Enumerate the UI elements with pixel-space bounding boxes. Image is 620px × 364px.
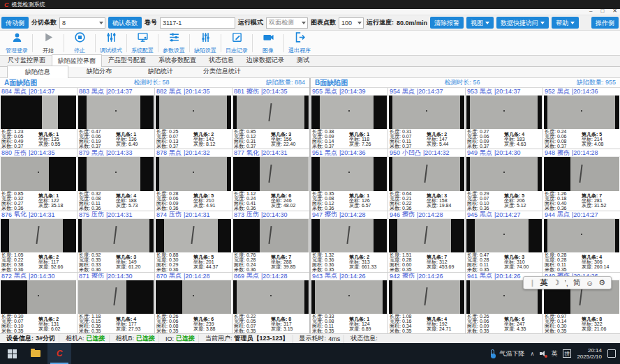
drive-side-button[interactable]: 传动侧 [1,17,29,29]
sub-tab-2[interactable]: 缺陷统计 [130,65,191,77]
chart-points-select[interactable]: 100 [339,17,364,29]
defect-image[interactable] [311,96,387,129]
defect-image[interactable] [466,219,542,252]
ime-tray-icon[interactable]: 拼 [563,349,571,358]
defect-cell[interactable]: 876氧化|20:14:31长度: 1.05宽度: 0.22面积: 0.38米数… [0,211,77,272]
defect-image[interactable] [233,280,309,314]
defect-image[interactable] [466,96,542,129]
defect-cell[interactable]: 953黑点|20:14:37长度: 0.27宽度: 0.06面积: 0.09米数… [466,88,542,149]
defect-cell[interactable]: 884黑点|20:14:37长度: 1.23宽度: 0.05面积: 0.49米数… [0,88,77,149]
quick-access-menu-button[interactable]: 数据快捷访问 [496,17,549,29]
ime-simplified-toggle[interactable]: 简 [573,278,581,288]
defect-cell[interactable]: 869黑点|20:14:28长度: 0.22宽度: 0.05面积: 0.07米数… [232,273,309,333]
defect-cell[interactable]: 873压伤|20:14:30长度: 0.76宽度: 0.28面积: 0.24米数… [232,211,309,272]
defect-cell[interactable]: 954黑点|20:14:37长度: 0.31宽度: 0.07面积: 0.11米数… [388,88,465,149]
operator-side-button[interactable]: 操作侧 [591,17,619,29]
weather-text[interactable]: 气温下降 [500,349,525,358]
defect-image[interactable] [233,157,309,190]
defect-cell[interactable]: 945黑点|20:14:27长度: 0.47宽度: 0.28面积: 0.11米数… [466,211,542,272]
taskbar-clock[interactable]: 20:14 2025/2/10 [577,347,602,360]
speaker-icon[interactable] [540,351,545,356]
defect-cell[interactable]: 943黑点|20:14:26长度: 0.33宽度: 0.08面积: 0.11米数… [311,273,388,333]
sub-tab-3[interactable]: 分类信息统计 [191,65,253,77]
notification-center-icon[interactable] [607,349,616,358]
roll-number-input[interactable]: 3117-1 [160,17,235,29]
defect-image[interactable] [156,96,231,129]
defect-image[interactable] [311,219,387,252]
defect-cell[interactable]: 951黑点|20:14:36长度: 0.35宽度: 0.08面积: 0.12米数… [311,149,388,210]
action-vsliders-button[interactable]: 缺陷设置 [190,31,221,54]
defect-image[interactable] [389,219,464,252]
defect-cell[interactable]: 952黑点|20:14:36长度: 0.24宽度: 0.06面积: 0.08米数… [543,88,620,149]
main-tab-0[interactable]: 尺寸监控界面 [1,54,52,66]
defect-cell[interactable]: 870黑点|20:14:28长度: 0.26宽度: 0.06面积: 0.08米数… [155,273,232,333]
inspection-app-task-button[interactable]: C [47,343,71,364]
defect-image[interactable] [1,157,76,190]
action-debug-button[interactable]: 调试模式 [96,31,126,54]
defect-image[interactable] [311,157,387,190]
defect-image[interactable] [78,219,154,252]
defect-cell[interactable]: 874压伤|20:14:31长度: 0.88宽度: 0.30面积: 0.29米数… [155,211,232,272]
tray-overflow-chevron-icon[interactable]: ∧ [531,351,535,357]
ime-grip-handle[interactable]: ❙ [529,279,535,287]
defect-cell[interactable]: 881擦伤|20:14:35长度: 0.85宽度: 0.12面积: 0.31米数… [232,88,309,149]
defect-cell[interactable]: 872黑点|20:14:30长度: 0.30宽度: 0.07面积: 0.10米数… [0,273,77,333]
main-tab-6[interactable]: 测试 [290,54,316,66]
defect-cell[interactable]: 882黑点|20:14:35长度: 0.25宽度: 0.07面积: 0.13米数… [155,88,232,149]
defect-cell[interactable]: 950小凹凸|20:14:32长度: 0.64宽度: 0.21面积: 0.22米… [388,149,465,210]
defect-cell[interactable]: 946擦伤|20:14:28长度: 1.51宽度: 0.28面积: 0.60米数… [388,211,465,272]
action-play-button[interactable]: 开始 [33,31,64,54]
action-hsliders-button[interactable]: 参数设置 [158,31,189,54]
defect-cell[interactable]: 942擦伤|20:14:26长度: 1.08宽度: 0.16面积: 0.34米数… [388,273,465,333]
defect-image[interactable] [311,280,387,314]
defect-cell[interactable]: 880压伤|20:14:35长度: 0.85宽度: 0.32面积: 0.27米数… [0,149,77,210]
defect-image[interactable] [1,280,76,314]
defect-image[interactable] [466,157,542,190]
defect-cell[interactable]: 949黑点|20:14:30长度: 0.29宽度: 0.07面积: 0.10米数… [466,149,542,210]
defect-image[interactable] [78,280,154,314]
action-stop-button[interactable]: 停止 [64,31,95,54]
language-indicator[interactable]: 英 [551,349,557,358]
action-camera-button[interactable]: 图像 [253,31,283,54]
defect-cell[interactable]: 879黑点|20:14:33长度: 0.32宽度: 0.08面积: 0.11米数… [78,149,154,210]
start-button[interactable] [0,343,24,364]
help-menu-button[interactable]: 帮助 [552,17,579,29]
defect-image[interactable] [156,157,231,190]
confirm-count-button[interactable]: 确认条数 [108,17,142,29]
action-log-button[interactable]: 日志记录 [221,31,252,54]
defect-image[interactable] [389,96,464,129]
defect-cell[interactable]: 883黑点|20:14:37长度: 0.47宽度: 0.06面积: 0.19米数… [78,88,154,149]
defect-cell[interactable]: 955黑点|20:14:39长度: 0.38宽度: 0.09面积: 0.14米数… [311,88,388,149]
defect-image[interactable] [78,157,154,190]
defect-image[interactable] [544,96,619,129]
defect-image[interactable] [233,96,309,129]
gear-icon[interactable]: ⚙ [598,278,605,287]
defect-cell[interactable]: 871擦伤|20:14:30长度: 1.18宽度: 0.15面积: 0.36米数… [78,273,154,333]
close-button[interactable]: ✕ [612,8,617,15]
ime-english-toggle[interactable]: 英 [540,278,548,288]
sub-tab-0[interactable]: 缺陷信息 [7,66,68,78]
defect-image[interactable] [156,280,231,314]
defect-cell[interactable]: 875压伤|20:14:31长度: 0.92宽度: 0.35面积: 0.33米数… [78,211,154,272]
ime-punctuation-toggle[interactable]: ’, [564,279,568,287]
action-monitor-button[interactable]: 系统配置 [127,31,158,54]
defect-image[interactable] [544,157,619,190]
defect-cell[interactable]: 947擦伤|20:14:28长度: 1.32宽度: 0.36面积: 0.36米数… [311,211,388,272]
defect-image[interactable] [78,96,154,129]
defect-cell[interactable]: 944黑点|20:14:27长度: 0.28宽度: 0.28面积: 0.11米数… [543,211,620,272]
moon-icon[interactable]: ☽ [553,278,560,287]
defect-image[interactable] [1,219,76,252]
run-mode-select[interactable]: 双面检测 [266,17,308,29]
view-menu-button[interactable]: 视图 [466,17,494,29]
maximize-button[interactable]: □ [600,8,604,15]
defect-image[interactable] [233,219,309,252]
action-user-button[interactable]: 管理登录 [1,31,32,54]
defect-image[interactable] [544,219,619,252]
defect-cell[interactable]: 877氧化|20:14:31长度: 1.12宽度: 0.24面积: 0.41米数… [232,149,309,210]
defect-image[interactable] [389,280,464,314]
defect-image[interactable] [1,96,76,129]
emoji-icon[interactable]: ☺ [586,279,593,287]
defect-image[interactable] [156,219,231,252]
defect-image[interactable] [389,157,464,190]
slit-count-select[interactable]: 8 [59,17,105,29]
